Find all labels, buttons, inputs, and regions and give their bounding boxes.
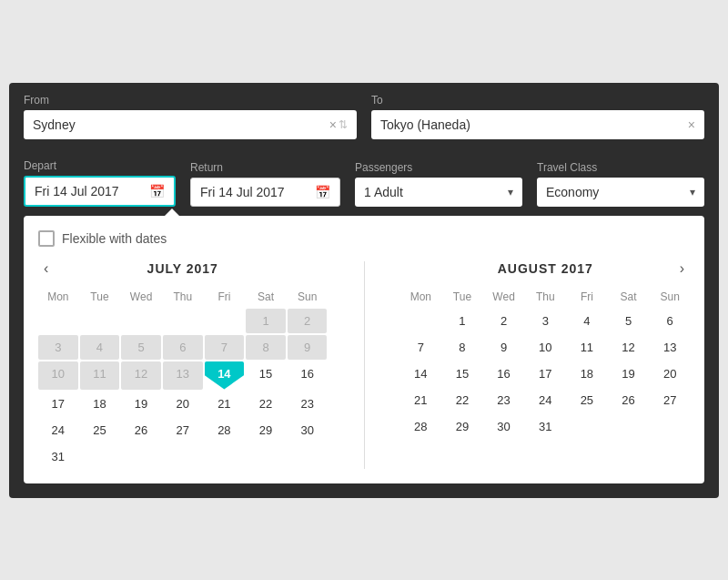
class-select[interactable]: Economy Business First: [546, 185, 690, 199]
cal-day[interactable]: 15: [246, 361, 286, 390]
cal-day-header: Sat: [609, 287, 649, 307]
cal-day[interactable]: 14: [205, 361, 245, 390]
august-cal-header: AUGUST 2017 ›: [401, 261, 691, 276]
calendar-separator: [364, 261, 365, 469]
cal-day: 3: [38, 335, 78, 360]
booking-widget: From × ⇅ To × Depart 📅 Return: [9, 83, 719, 498]
cal-day[interactable]: 22: [246, 392, 286, 416]
calendar-triangle: [165, 209, 179, 216]
cal-day-empty: [163, 309, 203, 333]
depart-calendar-icon[interactable]: 📅: [149, 184, 165, 198]
next-month-button[interactable]: ›: [674, 259, 690, 279]
cal-day-header: Tue: [442, 287, 482, 307]
depart-input[interactable]: [35, 184, 144, 198]
cal-day-header: Fri: [567, 287, 607, 307]
july-cal-header: ‹ JULY 2017: [38, 261, 328, 276]
cal-day[interactable]: 18: [80, 392, 120, 416]
cal-day: 11: [80, 361, 120, 390]
from-divider-icon: ⇅: [339, 118, 348, 131]
cal-day[interactable]: 10: [525, 335, 565, 360]
cal-day[interactable]: 19: [121, 392, 161, 416]
cal-day[interactable]: 22: [442, 388, 482, 412]
return-calendar-icon[interactable]: 📅: [315, 185, 330, 199]
cal-day: 4: [80, 335, 120, 360]
cal-day[interactable]: 19: [609, 361, 649, 386]
passengers-select-wrapper: 1 Adult 2 Adults 3 Adults ▾: [355, 178, 522, 207]
cal-day[interactable]: 25: [567, 388, 607, 412]
cal-day[interactable]: 27: [650, 388, 690, 412]
cal-day[interactable]: 17: [525, 361, 565, 386]
depart-group: Depart 📅: [24, 159, 176, 207]
cal-day[interactable]: 28: [205, 418, 245, 443]
cal-day-header: Sun: [650, 287, 690, 307]
cal-day[interactable]: 23: [288, 392, 328, 416]
cal-day[interactable]: 9: [484, 335, 524, 360]
return-input[interactable]: [200, 185, 309, 199]
cal-day[interactable]: 26: [609, 388, 649, 412]
to-input-wrapper: ×: [371, 110, 704, 139]
cal-day[interactable]: 29: [246, 418, 286, 443]
to-field-group: To ×: [371, 94, 704, 139]
cal-day[interactable]: 30: [484, 414, 524, 439]
cal-day[interactable]: 6: [650, 309, 690, 333]
passengers-chevron-icon: ▾: [508, 186, 513, 198]
from-input[interactable]: [33, 117, 324, 132]
cal-day[interactable]: 18: [567, 361, 607, 386]
cal-day-header: Fri: [205, 287, 245, 307]
cal-day[interactable]: 14: [401, 361, 441, 386]
cal-day[interactable]: 7: [401, 335, 441, 360]
cal-day[interactable]: 2: [484, 309, 524, 333]
from-input-wrapper: × ⇅: [24, 110, 357, 139]
cal-day[interactable]: 5: [609, 309, 649, 333]
cal-day[interactable]: 17: [38, 392, 78, 416]
cal-day[interactable]: 31: [38, 444, 78, 469]
august-grid: MonTueWedThuFriSatSun1234567891011121314…: [401, 287, 691, 439]
cal-day[interactable]: 25: [80, 418, 120, 443]
august-title: AUGUST 2017: [498, 261, 593, 276]
cal-day: 9: [288, 335, 328, 360]
passengers-group: Passengers 1 Adult 2 Adults 3 Adults ▾: [355, 161, 522, 207]
cal-day[interactable]: 24: [525, 388, 565, 412]
cal-day-header: Tue: [80, 287, 120, 307]
to-input[interactable]: [380, 117, 682, 132]
cal-day[interactable]: 11: [567, 335, 607, 360]
august-calendar: AUGUST 2017 › MonTueWedThuFriSatSun12345…: [401, 261, 691, 469]
cal-day-empty: [121, 309, 161, 333]
cal-day[interactable]: 16: [484, 361, 524, 386]
cal-day[interactable]: 28: [401, 414, 441, 439]
cal-day[interactable]: 26: [121, 418, 161, 443]
cal-day[interactable]: 1: [442, 309, 482, 333]
cal-day[interactable]: 24: [38, 418, 78, 443]
cal-day[interactable]: 21: [401, 388, 441, 412]
cal-day[interactable]: 27: [163, 418, 203, 443]
cal-day[interactable]: 8: [442, 335, 482, 360]
cal-day: 13: [163, 361, 203, 390]
class-group: Travel Class Economy Business First ▾: [537, 161, 704, 207]
passengers-select[interactable]: 1 Adult 2 Adults 3 Adults: [364, 185, 508, 199]
flexible-checkbox[interactable]: [38, 230, 55, 247]
to-clear-button[interactable]: ×: [688, 117, 695, 132]
cal-day[interactable]: 16: [288, 361, 328, 390]
cal-day[interactable]: 13: [650, 335, 690, 360]
cal-day[interactable]: 15: [442, 361, 482, 386]
cal-day[interactable]: 3: [525, 309, 565, 333]
from-clear-button[interactable]: × ⇅: [329, 117, 348, 132]
second-row: Depart 📅 Return 📅 Passengers 1 Adult 2 A…: [9, 150, 719, 216]
cal-day[interactable]: 20: [650, 361, 690, 386]
cal-day[interactable]: 30: [288, 418, 328, 443]
cal-day-header: Sun: [288, 287, 328, 307]
july-title: JULY 2017: [147, 261, 218, 276]
cal-day[interactable]: 21: [205, 392, 245, 416]
cal-day: 5: [121, 335, 161, 360]
depart-label: Depart: [24, 159, 176, 172]
cal-day-header: Wed: [484, 287, 524, 307]
cal-day[interactable]: 23: [484, 388, 524, 412]
cal-day[interactable]: 31: [525, 414, 565, 439]
class-label: Travel Class: [537, 161, 704, 174]
from-field-group: From × ⇅: [24, 94, 357, 139]
cal-day[interactable]: 20: [163, 392, 203, 416]
prev-month-button[interactable]: ‹: [38, 259, 54, 279]
cal-day[interactable]: 12: [609, 335, 649, 360]
cal-day[interactable]: 4: [567, 309, 607, 333]
cal-day[interactable]: 29: [442, 414, 482, 439]
